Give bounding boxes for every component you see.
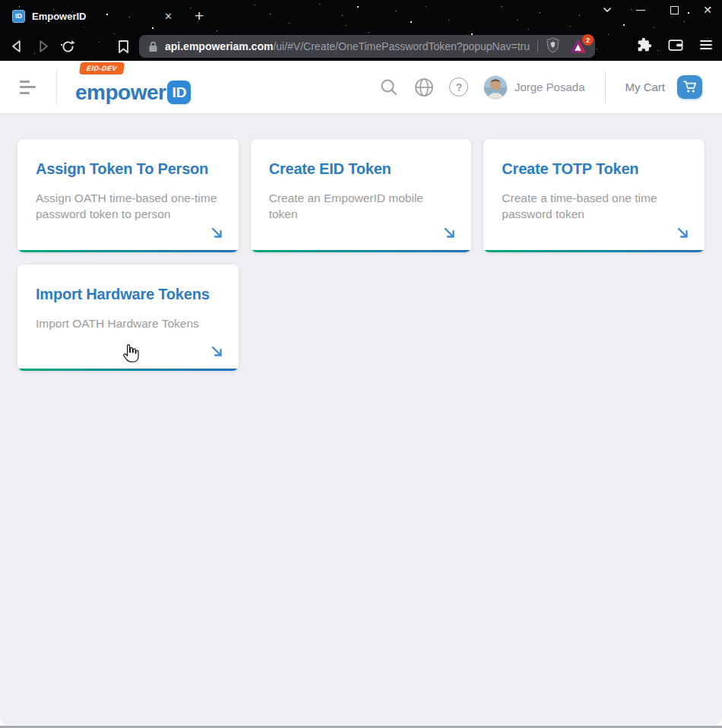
url-path: /ui/#V/Create/OneTimePasswordToken?popup… <box>273 40 530 52</box>
search-icon[interactable] <box>379 78 399 97</box>
back-icon[interactable] <box>8 36 27 56</box>
logo-brand-text: empower <box>75 81 166 104</box>
maximize-button[interactable] <box>667 3 681 17</box>
forward-icon[interactable] <box>33 36 52 56</box>
card-accent-bar <box>251 250 472 252</box>
card-accent-bar <box>483 250 705 252</box>
card-description: Create a time-based one time password to… <box>502 190 685 222</box>
brave-rewards-icon[interactable]: 2 <box>569 38 587 55</box>
open-arrow-icon[interactable] <box>211 226 223 242</box>
extensions-puzzle-icon[interactable] <box>637 37 652 55</box>
card-accent-bar <box>17 250 239 252</box>
brave-shield-icon[interactable] <box>546 37 560 56</box>
tab-strip: ID EmpowerID ✕ + ✕ <box>0 0 722 32</box>
card-assign-token-to-person[interactable]: Assign Token To Person Assign OATH time-… <box>17 139 239 252</box>
environment-badge: EID-DEV <box>79 62 125 74</box>
card-description: Assign OATH time-based one-time password… <box>36 190 219 222</box>
rewards-badge: 2 <box>582 34 594 46</box>
browser-menu-icon[interactable] <box>699 39 713 54</box>
new-tab-button[interactable]: + <box>195 8 204 24</box>
tab-search-icon[interactable] <box>600 3 614 17</box>
card-accent-bar <box>17 369 239 371</box>
open-arrow-icon[interactable] <box>443 226 456 242</box>
sidebar-toggle-icon[interactable] <box>20 81 36 94</box>
card-title[interactable]: Create EID Token <box>269 160 452 178</box>
lock-icon <box>148 41 158 52</box>
close-window-button[interactable]: ✕ <box>701 3 714 17</box>
wallet-icon[interactable] <box>668 38 683 55</box>
cart-divider <box>605 71 606 103</box>
logo-id-chip: ID <box>167 81 191 104</box>
open-arrow-icon[interactable] <box>676 226 689 242</box>
card-title[interactable]: Create TOTP Token <box>502 160 685 178</box>
cart-button[interactable] <box>677 75 702 99</box>
url-divider <box>537 40 538 52</box>
action-cards-grid: Assign Token To Person Assign OATH time-… <box>17 139 705 371</box>
empowerid-favicon-icon: ID <box>12 10 25 23</box>
language-globe-icon[interactable] <box>414 78 434 97</box>
tab-close-icon[interactable]: ✕ <box>160 9 176 24</box>
card-description: Import OATH Hardware Tokens <box>36 315 219 331</box>
tab-title: EmpowerID <box>32 11 160 22</box>
card-create-totp-token[interactable]: Create TOTP Token Create a time-based on… <box>483 139 705 252</box>
card-title[interactable]: Assign Token To Person <box>36 160 219 178</box>
browser-tab[interactable]: ID EmpowerID ✕ <box>6 3 182 29</box>
reload-icon[interactable] <box>58 36 78 56</box>
header-divider <box>56 70 57 105</box>
app-header: EID-DEV empower ID ? Jorge Posada My Car… <box>0 61 722 114</box>
card-description: Create an EmpowerID mobile token <box>269 190 452 222</box>
card-create-eid-token[interactable]: Create EID Token Create an EmpowerID mob… <box>251 139 472 252</box>
user-avatar[interactable] <box>484 76 507 99</box>
cart-icon <box>683 81 697 93</box>
browser-chrome: ID EmpowerID ✕ + ✕ api.empoweria <box>0 0 722 61</box>
url-domain: api.empoweriam.com <box>165 40 273 52</box>
open-arrow-icon[interactable] <box>211 345 223 361</box>
empowerid-logo[interactable]: EID-DEV empower ID <box>75 70 191 104</box>
main-content: Assign Token To Person Assign OATH time-… <box>0 114 722 725</box>
minimize-button[interactable] <box>634 3 648 17</box>
my-cart-label[interactable]: My Cart <box>625 81 666 93</box>
help-icon[interactable]: ? <box>449 78 469 97</box>
card-title[interactable]: Import Hardware Tokens <box>36 286 219 303</box>
browser-toolbar: api.empoweriam.com/ui/#V/Create/OneTimeP… <box>0 32 722 61</box>
card-import-hardware-tokens[interactable]: Import Hardware Tokens Import OATH Hardw… <box>17 264 239 371</box>
url-text: api.empoweriam.com/ui/#V/Create/OneTimeP… <box>165 40 530 52</box>
bookmark-icon[interactable] <box>113 36 133 56</box>
user-name[interactable]: Jorge Posada <box>515 81 585 93</box>
address-bar[interactable]: api.empoweriam.com/ui/#V/Create/OneTimeP… <box>139 35 595 58</box>
